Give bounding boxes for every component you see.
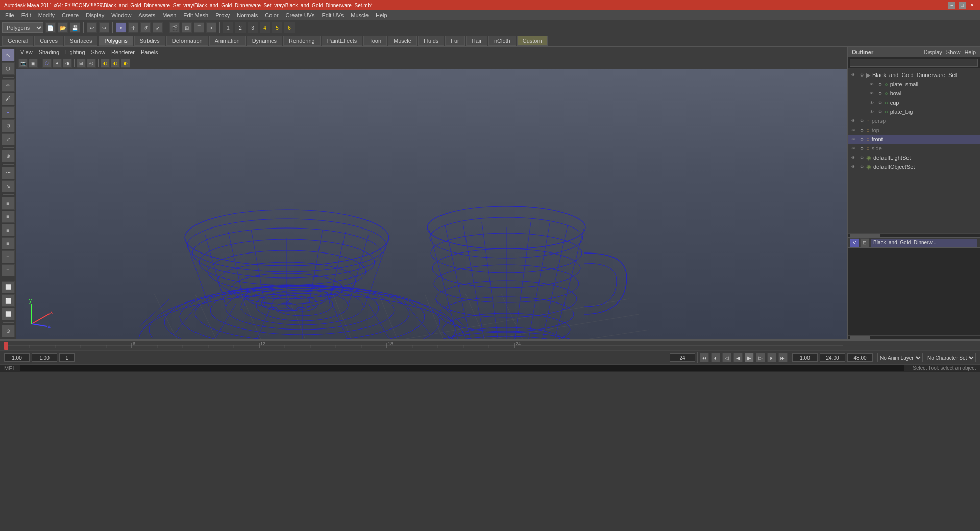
vp-menu-show[interactable]: Show bbox=[91, 49, 106, 55]
display-2-icon[interactable]: 2 bbox=[235, 22, 246, 33]
redo-icon[interactable]: ↪ bbox=[99, 22, 109, 33]
vp-light2-icon[interactable]: ◐ bbox=[111, 59, 120, 68]
outliner-tree[interactable]: 👁 ⚙ ▶ Black_and_Gold_Dinnerware_Set 👁 ⚙ … bbox=[848, 68, 980, 233]
menu-help[interactable]: Help bbox=[373, 11, 390, 19]
vp-menu-shading[interactable]: Shading bbox=[39, 49, 59, 55]
menu-muscle[interactable]: Muscle bbox=[348, 11, 372, 19]
menu-mesh[interactable]: Mesh bbox=[159, 11, 179, 19]
start-frame-input[interactable] bbox=[4, 353, 30, 362]
timeline-ruler[interactable]: 1 6 12 bbox=[0, 340, 980, 351]
paint-tool-btn[interactable]: ✏ bbox=[2, 79, 15, 91]
bottom-tool-btn[interactable]: ⊙ bbox=[2, 325, 15, 337]
tree-item-bowl[interactable]: 👁 ⚙ ○ bowl bbox=[848, 89, 980, 98]
display-3-icon[interactable]: 3 bbox=[248, 22, 258, 33]
tab-muscle[interactable]: Muscle bbox=[388, 36, 417, 46]
vp-smooth-icon[interactable]: ● bbox=[53, 59, 62, 68]
vp-menu-lighting[interactable]: Lighting bbox=[65, 49, 85, 55]
menu-edit-mesh[interactable]: Edit Mesh bbox=[180, 11, 211, 19]
prev-frame-btn[interactable]: ⏴ bbox=[711, 353, 720, 362]
tree-item-default-object-set[interactable]: 👁 ⚙ ◉ defaultObjectSet bbox=[848, 162, 980, 171]
menu-modify[interactable]: Modify bbox=[35, 11, 58, 19]
tree-item-default-light-set[interactable]: 👁 ⚙ ◉ defaultLightSet bbox=[848, 153, 980, 162]
3d-viewport[interactable]: x y z bbox=[16, 69, 847, 339]
anim-start-input[interactable] bbox=[792, 353, 818, 362]
anim-layer-select[interactable]: No Anim Layer bbox=[877, 353, 923, 362]
layer-icon-btn[interactable]: ≡ bbox=[2, 197, 15, 209]
open-scene-icon[interactable]: 📂 bbox=[58, 22, 68, 33]
play-back-btn[interactable]: ◀ bbox=[733, 353, 743, 362]
vp-select-icon[interactable]: ▣ bbox=[29, 59, 38, 68]
layer-icon-1[interactable]: V bbox=[850, 238, 859, 247]
new-scene-icon[interactable]: 📄 bbox=[45, 22, 56, 33]
show-manip-btn[interactable]: ⊕ bbox=[2, 150, 15, 162]
layer5-btn[interactable]: ≡ bbox=[2, 250, 15, 263]
outliner-hscrollbar-thumb[interactable] bbox=[850, 234, 880, 237]
tab-painteffects[interactable]: PaintEffects bbox=[322, 36, 363, 46]
tree-item-top[interactable]: 👁 ⚙ ○ top bbox=[848, 125, 980, 135]
tab-rendering[interactable]: Rendering bbox=[283, 36, 321, 46]
vp-grid-icon[interactable]: ⊞ bbox=[77, 59, 86, 68]
layer2-btn[interactable]: ≡ bbox=[2, 211, 15, 223]
command-input[interactable] bbox=[20, 365, 905, 371]
tree-item-persp[interactable]: 👁 ⚙ ○ persp bbox=[848, 116, 980, 125]
display-6-icon[interactable]: 6 bbox=[284, 22, 295, 33]
tree-item-plate-small[interactable]: 👁 ⚙ ○ plate_small bbox=[848, 80, 980, 89]
minimize-button[interactable]: – bbox=[948, 2, 955, 9]
vp-light1-icon[interactable]: ◐ bbox=[101, 59, 110, 68]
menu-edit[interactable]: Edit bbox=[18, 11, 34, 19]
scale-icon[interactable]: ⤢ bbox=[153, 22, 163, 33]
layer6-btn[interactable]: ≡ bbox=[2, 264, 15, 276]
vp-shade-icon[interactable]: ◑ bbox=[63, 59, 72, 68]
anim-end-input[interactable] bbox=[820, 353, 845, 362]
display-4-icon[interactable]: 4 bbox=[260, 22, 270, 33]
menu-proxy[interactable]: Proxy bbox=[212, 11, 233, 19]
snap-grid-icon[interactable]: ⊞ bbox=[182, 22, 192, 33]
outliner-menu-help[interactable]: Help bbox=[964, 49, 976, 55]
move-icon[interactable]: ✛ bbox=[128, 22, 138, 33]
vp-light3-icon[interactable]: ◐ bbox=[121, 59, 130, 68]
tab-hair[interactable]: Hair bbox=[466, 36, 487, 46]
menu-create[interactable]: Create bbox=[59, 11, 82, 19]
anim-extra-input[interactable] bbox=[847, 353, 873, 362]
tab-fur[interactable]: Fur bbox=[445, 36, 465, 46]
mode-selector[interactable]: Polygons Animation Rendering Dynamics bbox=[2, 22, 43, 33]
tab-ncloth[interactable]: nCloth bbox=[488, 36, 516, 46]
menu-create-uvs[interactable]: Create UVs bbox=[283, 11, 318, 19]
next-key-btn[interactable]: ▷ bbox=[756, 353, 765, 362]
save-scene-icon[interactable]: 💾 bbox=[70, 22, 80, 33]
end-frame-input[interactable] bbox=[670, 353, 695, 362]
snap-point-icon[interactable]: • bbox=[206, 22, 216, 33]
current-time-input[interactable] bbox=[32, 353, 57, 362]
select-icon[interactable]: ✦ bbox=[116, 22, 126, 33]
outliner-hscrollbar[interactable] bbox=[848, 233, 980, 237]
step-input[interactable] bbox=[59, 353, 75, 362]
tab-toon[interactable]: Toon bbox=[363, 36, 387, 46]
menu-edit-uvs[interactable]: Edit UVs bbox=[318, 11, 347, 19]
vp-wireframe-icon[interactable]: ⬡ bbox=[42, 59, 52, 68]
menu-window[interactable]: Window bbox=[108, 11, 134, 19]
tree-item-group[interactable]: 👁 ⚙ ▶ Black_and_Gold_Dinnerware_Set bbox=[848, 70, 980, 80]
outliner-menu-show[interactable]: Show bbox=[946, 49, 961, 55]
vp-menu-panels[interactable]: Panels bbox=[141, 49, 158, 55]
misc2-btn[interactable]: ⬜ bbox=[2, 294, 15, 307]
maximize-button[interactable]: □ bbox=[959, 2, 966, 9]
close-button[interactable]: ✕ bbox=[969, 2, 976, 9]
layer-hscrollbar[interactable] bbox=[848, 335, 980, 339]
tree-item-side[interactable]: 👁 ⚙ ○ side bbox=[848, 144, 980, 153]
skip-start-btn[interactable]: ⏮ bbox=[700, 353, 709, 362]
layer4-btn[interactable]: ≡ bbox=[2, 237, 15, 249]
play-fwd-btn[interactable]: ▶ bbox=[745, 353, 754, 362]
tab-animation[interactable]: Animation bbox=[209, 36, 246, 46]
render-icon[interactable]: 🎬 bbox=[169, 22, 180, 33]
vp-menu-view[interactable]: View bbox=[20, 49, 33, 55]
rotate-tool-btn[interactable]: ↺ bbox=[2, 119, 15, 132]
sculpt-tool-btn[interactable]: 🖌 bbox=[2, 93, 15, 105]
next-frame-btn[interactable]: ⏵ bbox=[767, 353, 776, 362]
select-tool-btn[interactable]: ↖ bbox=[2, 49, 15, 61]
tree-item-plate-big[interactable]: 👁 ⚙ ○ plate_big bbox=[848, 107, 980, 116]
tab-subdivs[interactable]: Subdivs bbox=[134, 36, 165, 46]
tree-item-cup[interactable]: 👁 ⚙ ○ cup bbox=[848, 98, 980, 107]
vp-camera-icon[interactable]: 📷 bbox=[18, 59, 28, 68]
scale-tool-btn[interactable]: ⤢ bbox=[2, 133, 15, 145]
vp-menu-renderer[interactable]: Renderer bbox=[111, 49, 135, 55]
